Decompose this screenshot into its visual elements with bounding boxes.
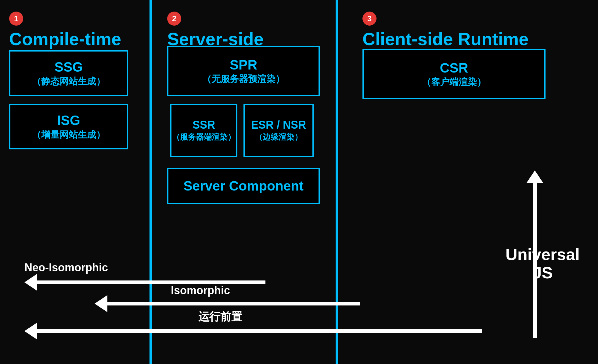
universal-js-arrowhead [526, 170, 543, 183]
compile-header: 1 Compile-time [9, 12, 121, 49]
esr-box: ESR / NSR （边缘渲染） [243, 104, 314, 157]
iso-arrowhead [95, 295, 107, 312]
csr-title: CSR [440, 60, 468, 76]
csr-box: CSR （客户端渲染） [362, 49, 546, 99]
ssr-title: SSR [193, 118, 215, 131]
client-header: 3 Client-side Runtime [362, 12, 529, 49]
yunxing-arrow [24, 325, 482, 337]
iso-arrow-line [107, 302, 360, 305]
csr-subtitle: （客户端渲染） [422, 76, 486, 88]
server-component-title: Server Component [183, 178, 304, 194]
isg-subtitle: （增量网站生成） [32, 129, 105, 141]
main-container: 1 Compile-time SSG （静态网站生成） ISG （增量网站生成）… [0, 0, 598, 364]
compile-title: Compile-time [9, 29, 121, 49]
neo-isomorphic-label: Neo-Isomorphic [24, 261, 108, 274]
esr-title: ESR / NSR [251, 118, 306, 131]
client-title: Client-side Runtime [362, 29, 529, 49]
ssg-box: SSG （静态网站生成） [9, 50, 128, 96]
isomorphic-label: Isomorphic [171, 284, 230, 297]
col-client: 3 Client-side Runtime CSR （客户端渲染） [338, 0, 598, 364]
isomorphic-arrow [95, 298, 360, 310]
compile-number: 1 [9, 12, 23, 26]
ssg-subtitle: （静态网站生成） [32, 75, 105, 87]
server-number: 2 [167, 12, 181, 26]
universal-js-label: UniversalJS [506, 245, 580, 282]
isg-title: ISG [57, 112, 80, 129]
esr-subtitle: （边缘渲染） [255, 132, 302, 142]
spr-box: SPR （无服务器预渲染） [167, 46, 320, 96]
ssr-subtitle: （服务器端渲染） [172, 132, 236, 142]
neo-arrowhead [24, 274, 37, 291]
client-number: 3 [362, 12, 376, 26]
spr-subtitle: （无服务器预渲染） [202, 73, 285, 85]
yunxing-arrow-line [37, 329, 482, 333]
ssg-title: SSG [55, 59, 83, 75]
spr-title: SPR [230, 57, 257, 73]
yunxing-arrowhead [24, 323, 37, 340]
neo-arrow-line [37, 280, 265, 284]
yunxing-label: 运行前置 [198, 309, 242, 324]
isg-box: ISG （增量网站生成） [9, 104, 128, 149]
server-component-box: Server Component [167, 168, 320, 204]
ssr-box: SSR （服务器端渲染） [170, 104, 237, 157]
